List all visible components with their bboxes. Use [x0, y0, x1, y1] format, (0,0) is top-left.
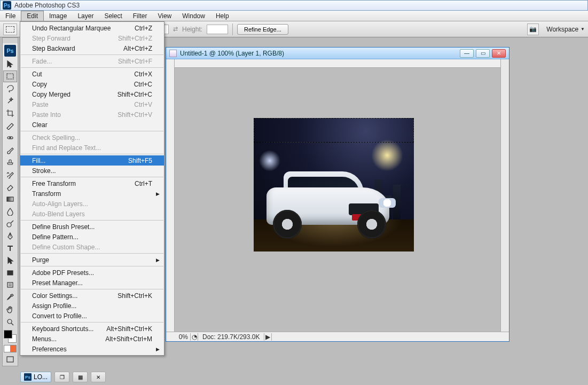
rectangular-marquee-tool-icon [6, 72, 14, 81]
rectangle-shape-tool[interactable] [3, 267, 17, 279]
path-selection-tool[interactable] [3, 255, 17, 266]
current-tool-preset[interactable] [3, 23, 17, 35]
menu-window[interactable]: Window [177, 11, 210, 21]
window-maximize-button[interactable]: ▭ [476, 49, 490, 58]
menu-file[interactable]: File [0, 11, 21, 21]
blur-tool[interactable] [3, 206, 17, 217]
screen-mode-button[interactable] [3, 353, 17, 365]
canvas[interactable] [175, 68, 500, 332]
menuitem-check-spelling: Check Spelling... [20, 132, 164, 143]
menuitem-label: Assign Profile... [32, 302, 76, 310]
window-close-button[interactable]: ✕ [492, 49, 506, 58]
menuitem-label: Define Brush Preset... [32, 223, 95, 231]
pen-tool[interactable] [3, 230, 17, 242]
taskbar-tile-button[interactable]: ▦ [73, 372, 88, 382]
gradient-tool[interactable] [3, 193, 17, 205]
path-selection-tool-icon [6, 256, 14, 265]
taskbar-close-button[interactable]: ✕ [91, 372, 106, 382]
menuitem-adobe-pdf-presets[interactable]: Adobe PDF Presets... [20, 268, 164, 278]
menuitem-menus[interactable]: Menus...Alt+Shift+Ctrl+M [20, 334, 164, 344]
doc-size[interactable]: Doc: 219.7K/293.0K [198, 333, 264, 341]
menuitem-copy-merged[interactable]: Copy MergedShift+Ctrl+C [20, 89, 164, 99]
car-graphic [261, 161, 400, 241]
menu-select[interactable]: Select [99, 11, 127, 21]
type-tool[interactable] [3, 242, 17, 254]
menuitem-preset-manager[interactable]: Preset Manager... [20, 278, 164, 288]
menu-filter[interactable]: Filter [128, 11, 153, 21]
menuitem-label: Undo Rectangular Marquee [32, 25, 111, 32]
menuitem-copy[interactable]: CopyCtrl+C [20, 79, 164, 89]
menuitem-cut[interactable]: CutCtrl+X [20, 69, 164, 79]
status-icon[interactable]: ◔ [191, 333, 198, 341]
notes-tool[interactable] [3, 279, 17, 291]
crop-tool[interactable] [3, 107, 17, 119]
brush-tool[interactable] [3, 144, 17, 156]
menuitem-free-transform[interactable]: Free TransformCtrl+T [20, 178, 164, 188]
menu-layer[interactable]: Layer [72, 11, 99, 21]
status-menu-arrow[interactable]: ▶ [264, 333, 272, 341]
menuitem-label: Find and Replace Text... [32, 144, 101, 152]
zoom-level[interactable]: 0% [166, 333, 191, 341]
move-tool[interactable] [3, 58, 17, 70]
menuitem-label: Adobe PDF Presets... [32, 269, 94, 277]
height-input[interactable] [207, 25, 228, 34]
history-brush-tool[interactable] [3, 169, 17, 180]
color-swatches[interactable] [4, 330, 17, 343]
eraser-tool[interactable] [3, 181, 17, 193]
menuitem-label: Auto-Align Layers... [32, 200, 88, 208]
menu-image[interactable]: Image [44, 11, 72, 21]
menuitem-keyboard-shortcuts[interactable]: Keyboard Shortcuts...Alt+Shift+Ctrl+K [20, 324, 164, 334]
clone-stamp-tool[interactable] [3, 156, 17, 168]
eyedropper-tool[interactable] [3, 292, 17, 303]
go-to-bridge-button[interactable]: 📷 [527, 23, 539, 35]
taskbar-doc-tab[interactable]: Ps LO... [20, 372, 51, 382]
menuitem-transform[interactable]: Transform▶ [20, 188, 164, 199]
menuitem-assign-profile[interactable]: Assign Profile... [20, 301, 164, 311]
palette-grip[interactable] [3, 38, 18, 43]
dodge-tool[interactable] [3, 218, 17, 230]
menuitem-clear[interactable]: Clear [20, 120, 164, 130]
zoom-tool[interactable] [3, 316, 17, 328]
menuitem-purge[interactable]: Purge▶ [20, 255, 164, 265]
menuitem-step-backward[interactable]: Step BackwardAlt+Ctrl+Z [20, 43, 164, 53]
menuitem-fill[interactable]: Fill...Shift+F5 [20, 155, 164, 166]
tile-icon: ▦ [76, 373, 84, 381]
document-statusbar: 0% ◔ Doc: 219.7K/293.0K ▶ [166, 332, 509, 341]
menuitem-shortcut: Ctrl+T [135, 180, 152, 187]
menuitem-define-brush-preset[interactable]: Define Brush Preset... [20, 222, 164, 232]
quick-mask-toggle[interactable] [4, 345, 17, 352]
menuitem-shortcut: Shift+Ctrl+Z [118, 35, 152, 42]
slice-tool[interactable] [3, 120, 17, 131]
chevron-down-icon: ▼ [581, 27, 585, 32]
selection-marquee[interactable] [254, 118, 414, 143]
vertical-scrollbar[interactable] [500, 59, 509, 332]
taskbar-cascade-button[interactable]: ❐ [54, 372, 69, 382]
menuitem-stroke[interactable]: Stroke... [20, 166, 164, 176]
menuitem-define-pattern[interactable]: Define Pattern... [20, 232, 164, 242]
lasso-tool[interactable] [3, 83, 17, 95]
menuitem-label: Paste [32, 101, 49, 108]
window-minimize-button[interactable]: — [460, 49, 474, 58]
spot-healing-tool[interactable] [3, 132, 17, 144]
vertical-ruler[interactable] [166, 59, 175, 332]
submenu-arrow-icon: ▶ [156, 191, 160, 197]
horizontal-ruler[interactable] [175, 59, 500, 68]
foreground-color-swatch[interactable] [4, 330, 12, 339]
refine-edge-button[interactable]: Refine Edge... [237, 24, 288, 35]
menuitem-convert-to-profile[interactable]: Convert to Profile... [20, 311, 164, 321]
menuitem-color-settings[interactable]: Color Settings...Shift+Ctrl+K [20, 290, 164, 301]
hand-tool-icon [6, 305, 14, 314]
menu-view[interactable]: View [152, 11, 177, 21]
hand-tool[interactable] [3, 304, 17, 316]
magic-wand-tool[interactable] [3, 95, 17, 107]
menuitem-undo-rectangular-marquee[interactable]: Undo Rectangular MarqueeCtrl+Z [20, 23, 164, 33]
link-aspect-icon[interactable]: ⇄ [173, 26, 178, 33]
menu-help[interactable]: Help [210, 11, 234, 21]
menuitem-preferences[interactable]: Preferences▶ [20, 344, 164, 354]
document-titlebar[interactable]: Untitled-1 @ 100% (Layer 1, RGB/8) — ▭ ✕ [166, 48, 509, 59]
notes-tool-icon [6, 281, 14, 289]
workspace-dropdown[interactable]: Workspace ▼ [546, 26, 585, 33]
rectangular-marquee-tool[interactable] [3, 70, 17, 82]
lasso-tool-icon [6, 84, 14, 93]
menu-edit[interactable]: Edit [21, 11, 44, 21]
